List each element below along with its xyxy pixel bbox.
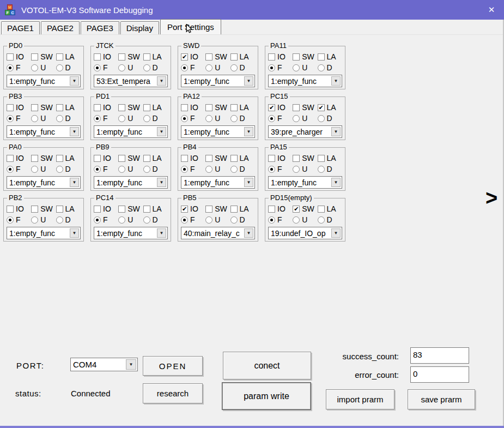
function-select[interactable]: 1:empty_func ▼: [94, 125, 168, 138]
dropdown-arrow-icon[interactable]: ▼: [157, 127, 166, 136]
pd15(empty)-radio-u[interactable]: [293, 216, 300, 224]
pb9-radio-u[interactable]: [118, 166, 125, 173]
pb4-radio-d[interactable]: [230, 166, 238, 173]
pb3-sw-checkbox[interactable]: [31, 104, 38, 111]
error-count-field[interactable]: 0: [410, 366, 469, 383]
pa12-sw-checkbox[interactable]: [205, 104, 212, 111]
pd1-la-checkbox[interactable]: [143, 104, 150, 111]
pa15-io-checkbox[interactable]: [268, 155, 275, 162]
jtck-io-checkbox[interactable]: [94, 53, 101, 61]
jtck-la-checkbox[interactable]: [143, 53, 150, 61]
pb3-radio-f[interactable]: [7, 115, 14, 122]
pa12-io-checkbox[interactable]: [181, 104, 188, 111]
pa0-la-checkbox[interactable]: [56, 155, 63, 162]
pd15(empty)-io-checkbox[interactable]: [268, 206, 275, 213]
pa0-io-checkbox[interactable]: [7, 155, 14, 162]
pd1-radio-f[interactable]: [94, 115, 101, 122]
connect-button[interactable]: conect: [223, 352, 311, 379]
pd1-io-checkbox[interactable]: [94, 104, 101, 111]
research-button[interactable]: research: [143, 383, 203, 403]
tab-page3[interactable]: PAGE3: [81, 21, 119, 34]
pa0-radio-d[interactable]: [56, 166, 63, 173]
pa12-radio-f[interactable]: [181, 115, 188, 122]
pb2-la-checkbox[interactable]: [56, 206, 63, 213]
dropdown-arrow-icon[interactable]: ▼: [70, 178, 79, 187]
jtck-sw-checkbox[interactable]: [118, 53, 125, 61]
pb5-radio-d[interactable]: [230, 216, 238, 224]
pb4-radio-f[interactable]: [181, 166, 188, 173]
pb3-radio-d[interactable]: [56, 115, 63, 122]
pc14-la-checkbox[interactable]: [143, 206, 150, 213]
function-select[interactable]: 1:empty_func ▼: [7, 176, 81, 189]
pa15-radio-d[interactable]: [318, 166, 325, 173]
success-count-field[interactable]: 83: [410, 347, 469, 364]
close-icon[interactable]: ✕: [479, 0, 504, 20]
function-select[interactable]: 1:empty_func ▼: [181, 75, 255, 87]
swd-sw-checkbox[interactable]: [205, 53, 212, 61]
dropdown-arrow-icon[interactable]: ▼: [70, 127, 79, 136]
function-select[interactable]: 40:main_relay_c ▼: [181, 227, 255, 239]
pa11-radio-u[interactable]: [293, 64, 300, 71]
function-select[interactable]: 1:empty_func ▼: [7, 125, 81, 138]
function-select[interactable]: 1:empty_func ▼: [268, 75, 342, 87]
dropdown-arrow-icon[interactable]: ▼: [331, 127, 341, 136]
pa11-la-checkbox[interactable]: [318, 53, 325, 61]
swd-radio-d[interactable]: [230, 64, 238, 71]
next-page-arrow[interactable]: >: [485, 188, 497, 208]
pa15-sw-checkbox[interactable]: [293, 155, 300, 162]
pa0-sw-checkbox[interactable]: [31, 155, 38, 162]
pa15-radio-u[interactable]: [293, 166, 300, 173]
tab-page1[interactable]: PAGE1: [1, 21, 40, 34]
pd15(empty)-la-checkbox[interactable]: [318, 206, 325, 213]
function-select[interactable]: 39:pre_charger ▼: [268, 125, 342, 138]
swd-radio-f[interactable]: [181, 64, 188, 71]
dropdown-arrow-icon[interactable]: ▼: [70, 228, 79, 238]
pa0-radio-u[interactable]: [31, 166, 38, 173]
dropdown-arrow-icon[interactable]: ▼: [331, 228, 341, 238]
pb9-radio-f[interactable]: [94, 166, 101, 173]
jtck-radio-u[interactable]: [118, 64, 125, 71]
dropdown-arrow-icon[interactable]: ▼: [244, 178, 253, 187]
pb2-radio-f[interactable]: [7, 216, 14, 224]
pa11-radio-d[interactable]: [318, 64, 325, 71]
swd-radio-u[interactable]: [205, 64, 212, 71]
pb9-la-checkbox[interactable]: [143, 155, 150, 162]
dropdown-arrow-icon[interactable]: ▼: [331, 76, 341, 86]
dropdown-arrow-icon[interactable]: ▼: [70, 76, 79, 86]
pc15-la-checkbox[interactable]: ✔: [318, 104, 325, 111]
function-select[interactable]: 1:empty_func ▼: [7, 75, 81, 87]
pb5-radio-u[interactable]: [205, 216, 212, 224]
swd-io-checkbox[interactable]: ✔: [181, 53, 188, 61]
pd1-sw-checkbox[interactable]: [118, 104, 125, 111]
pd0-radio-f[interactable]: [7, 64, 14, 71]
swd-la-checkbox[interactable]: [230, 53, 238, 61]
dropdown-arrow-icon[interactable]: ▼: [244, 228, 253, 238]
pd0-io-checkbox[interactable]: [7, 53, 14, 61]
open-button[interactable]: OPEN: [143, 356, 203, 376]
pd0-radio-u[interactable]: [31, 64, 38, 71]
pa15-la-checkbox[interactable]: [318, 155, 325, 162]
dropdown-arrow-icon[interactable]: ▼: [331, 178, 341, 187]
pc15-sw-checkbox[interactable]: [293, 104, 300, 111]
dropdown-arrow-icon[interactable]: ▼: [157, 76, 166, 86]
jtck-radio-f[interactable]: [94, 64, 101, 71]
function-select[interactable]: 1:empty_func ▼: [181, 176, 255, 189]
param-write-button[interactable]: param write: [222, 382, 311, 410]
pb9-sw-checkbox[interactable]: [118, 155, 125, 162]
pa0-radio-f[interactable]: [7, 166, 14, 173]
pb2-sw-checkbox[interactable]: [31, 206, 38, 213]
function-select[interactable]: 1:empty_func ▼: [94, 176, 168, 189]
pa12-radio-u[interactable]: [205, 115, 212, 122]
pb2-io-checkbox[interactable]: [7, 206, 14, 213]
pb5-sw-checkbox[interactable]: [205, 206, 212, 213]
pa11-radio-f[interactable]: [268, 64, 275, 71]
dropdown-arrow-icon[interactable]: ▼: [126, 359, 136, 370]
pb2-radio-u[interactable]: [31, 216, 38, 224]
pd15(empty)-radio-f[interactable]: [268, 216, 275, 224]
pa11-io-checkbox[interactable]: [268, 53, 275, 61]
pc14-sw-checkbox[interactable]: [118, 206, 125, 213]
pb9-radio-d[interactable]: [143, 166, 150, 173]
pd0-la-checkbox[interactable]: [56, 53, 63, 61]
pb4-la-checkbox[interactable]: [230, 155, 238, 162]
pb4-radio-u[interactable]: [205, 166, 212, 173]
